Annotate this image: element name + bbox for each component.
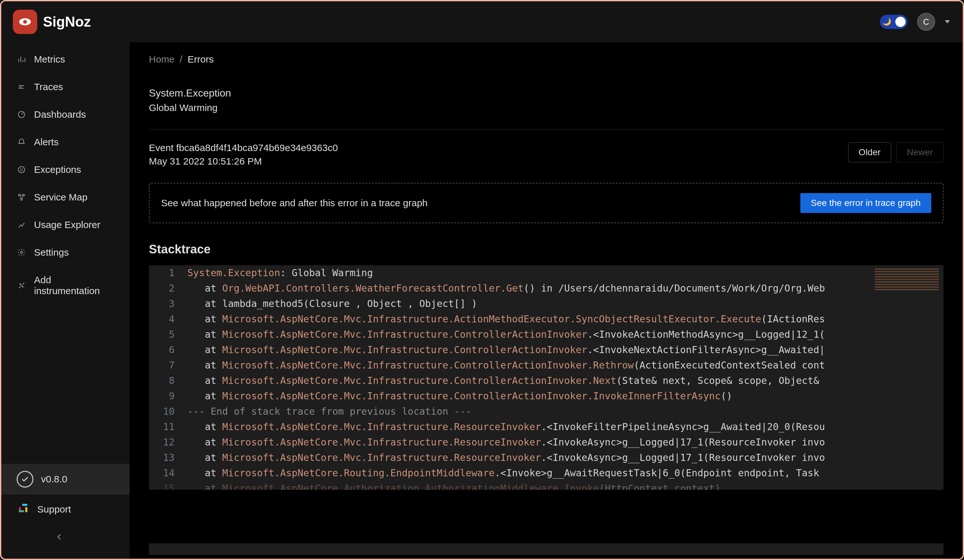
sidebar-item-label: Service Map <box>34 192 88 203</box>
avatar[interactable]: C <box>917 13 935 31</box>
exception-message: Global Warming <box>149 102 943 113</box>
metrics-icon <box>17 55 26 64</box>
moon-icon: 🌙 <box>883 18 891 26</box>
sidebar-item-label: Traces <box>34 81 63 93</box>
svg-point-10 <box>20 284 21 285</box>
code-line: 4 at Microsoft.AspNetCore.Mvc.Infrastruc… <box>149 312 943 327</box>
line-content: --- End of stack trace from previous loc… <box>187 404 937 419</box>
sidebar-item-settings[interactable]: Settings <box>1 239 130 266</box>
dark-mode-toggle[interactable]: 🌙 <box>880 15 907 29</box>
traces-icon <box>17 82 26 92</box>
trace-banner-text: See what happened before and after this … <box>161 198 428 208</box>
line-number: 15 <box>155 481 174 490</box>
code-line: 10--- End of stack trace from previous l… <box>149 404 943 419</box>
sidebar-nav: MetricsTracesDashboardsAlertsExceptionsS… <box>1 42 130 464</box>
sidebar-item-alerts[interactable]: Alerts <box>1 128 130 156</box>
exceptions-icon <box>17 165 26 174</box>
line-content: at Microsoft.AspNetCore.Mvc.Infrastructu… <box>187 450 937 465</box>
line-number: 3 <box>155 296 174 312</box>
see-trace-button[interactable]: See the error in trace graph <box>800 193 931 213</box>
line-number: 11 <box>155 419 174 435</box>
line-number: 13 <box>155 450 174 465</box>
event-id: Event fbca6a8df4f14bca974b69e34e9363c0 <box>149 143 338 153</box>
servicemap-icon <box>17 192 26 202</box>
body: MetricsTracesDashboardsAlertsExceptionsS… <box>1 42 963 559</box>
code-line: 5 at Microsoft.AspNetCore.Mvc.Infrastruc… <box>149 327 943 342</box>
line-content: at Microsoft.AspNetCore.Mvc.Infrastructu… <box>187 327 937 342</box>
svg-point-5 <box>22 169 23 169</box>
alerts-icon <box>17 137 26 147</box>
line-number: 12 <box>155 435 174 450</box>
chevron-down-icon[interactable] <box>945 20 950 23</box>
svg-rect-15 <box>19 510 24 513</box>
stacktrace-code[interactable]: 1System.Exception: Global Warming2 at Or… <box>149 265 943 490</box>
exception-type: System.Exception <box>149 87 943 99</box>
sidebar-item-label: Usage Explorer <box>34 219 101 230</box>
line-number: 9 <box>155 388 174 404</box>
app-frame: SigNoz 🌙 C MetricsTracesDashboardsAlerts… <box>0 0 964 560</box>
sidebar-item-traces[interactable]: Traces <box>1 73 130 101</box>
code-line: 14 at Microsoft.AspNetCore.Routing.Endpo… <box>149 465 943 481</box>
line-content: at Microsoft.AspNetCore.Mvc.Infrastructu… <box>187 312 937 327</box>
svg-point-3 <box>18 166 25 173</box>
support-label: Support <box>37 504 71 515</box>
sidebar-item-dashboards[interactable]: Dashboards <box>1 101 130 128</box>
code-minimap[interactable] <box>875 268 939 291</box>
trace-banner: See what happened before and after this … <box>149 183 943 223</box>
code-line: 9 at Microsoft.AspNetCore.Mvc.Infrastruc… <box>149 388 943 404</box>
version-item[interactable]: v0.8.0 <box>1 464 130 495</box>
sidebar-item-usage[interactable]: Usage Explorer <box>1 211 130 239</box>
instrumentation-icon <box>17 281 26 290</box>
code-line: 2 at Org.WebAPI.Controllers.WeatherForec… <box>149 281 943 296</box>
line-content: at Org.WebAPI.Controllers.WeatherForecas… <box>187 281 937 296</box>
topbar-right: 🌙 C <box>880 13 950 31</box>
sidebar-item-servicemap[interactable]: Service Map <box>1 183 130 211</box>
event-info: Event fbca6a8df4f14bca974b69e34e9363c0 M… <box>149 143 338 167</box>
breadcrumb-separator: / <box>180 54 182 65</box>
check-icon <box>17 471 33 487</box>
main-content: Home / Errors System.Exception Global Wa… <box>130 42 963 559</box>
line-number: 4 <box>155 312 174 327</box>
sidebar-item-label: Add instrumentation <box>34 274 114 296</box>
version-label: v0.8.0 <box>41 474 67 485</box>
breadcrumb: Home / Errors <box>149 54 943 65</box>
svg-rect-13 <box>22 504 28 506</box>
usage-icon <box>17 220 26 230</box>
newer-button: Newer <box>896 143 943 162</box>
sidebar-item-instrumentation[interactable]: Add instrumentation <box>1 266 130 305</box>
topbar: SigNoz 🌙 C <box>1 1 963 42</box>
breadcrumb-current: Errors <box>187 54 214 65</box>
breadcrumb-home[interactable]: Home <box>149 54 174 65</box>
older-button[interactable]: Older <box>848 143 891 162</box>
event-row: Event fbca6a8df4f14bca974b69e34e9363c0 M… <box>149 143 943 167</box>
code-line: 13 at Microsoft.AspNetCore.Mvc.Infrastru… <box>149 450 943 465</box>
sidebar-item-exceptions[interactable]: Exceptions <box>1 156 130 183</box>
code-line: 11 at Microsoft.AspNetCore.Mvc.Infrastru… <box>149 419 943 435</box>
code-line: 8 at Microsoft.AspNetCore.Mvc.Infrastruc… <box>149 373 943 388</box>
sidebar-item-label: Dashboards <box>34 109 86 120</box>
line-content: at Microsoft.AspNetCore.Mvc.Infrastructu… <box>187 435 937 450</box>
line-content: at Microsoft.AspNetCore.Mvc.Infrastructu… <box>187 419 937 435</box>
line-content: at lambda_method5(Closure , Object , Obj… <box>187 296 937 312</box>
code-line: 7 at Microsoft.AspNetCore.Mvc.Infrastruc… <box>149 358 943 373</box>
brand[interactable]: SigNoz <box>13 10 91 34</box>
sidebar-footer: v0.8.0 Support <box>1 464 130 559</box>
svg-point-9 <box>21 252 23 254</box>
sidebar-item-metrics[interactable]: Metrics <box>1 45 130 73</box>
line-number: 7 <box>155 358 174 373</box>
slack-icon <box>17 502 29 517</box>
svg-point-8 <box>21 198 22 200</box>
sidebar-item-label: Exceptions <box>34 164 81 175</box>
brand-logo-icon <box>13 10 37 34</box>
line-number: 1 <box>155 265 174 281</box>
toggle-knob <box>895 17 905 27</box>
event-buttons: Older Newer <box>848 143 943 162</box>
svg-rect-14 <box>25 507 28 513</box>
line-content: System.Exception: Global Warming <box>187 265 937 281</box>
brand-name: SigNoz <box>43 14 91 30</box>
sidebar-collapse-button[interactable] <box>49 524 69 552</box>
line-number: 8 <box>155 373 174 388</box>
support-item[interactable]: Support <box>1 495 130 524</box>
svg-point-11 <box>22 286 23 287</box>
bottom-panel <box>149 543 943 555</box>
